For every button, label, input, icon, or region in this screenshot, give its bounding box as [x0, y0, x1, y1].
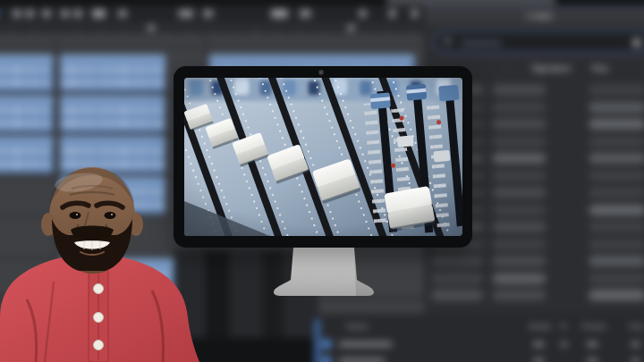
monitor-screen: [184, 78, 462, 236]
keyword-button[interactable]: [589, 222, 644, 232]
search-text-blur: [461, 40, 502, 46]
ruler-marker: [148, 25, 154, 30]
selection-strip: [315, 319, 320, 362]
list-column-name[interactable]: Name: [346, 321, 369, 330]
keyword-row: [424, 253, 644, 270]
list-column-tempo[interactable]: Tempo: [581, 321, 606, 330]
beats-value-blur: [533, 341, 544, 347]
tempo-value-blur: [587, 341, 597, 347]
keyword-button[interactable]: [492, 136, 546, 147]
keyword-button[interactable]: [589, 170, 644, 181]
keyword-button[interactable]: [492, 204, 546, 215]
keyword-button[interactable]: [492, 273, 546, 283]
keyword-row: [424, 270, 644, 287]
keyword-button[interactable]: [589, 204, 644, 215]
toolbar-icon[interactable]: [42, 10, 50, 18]
keyword-button[interactable]: [589, 256, 644, 266]
keyword-button[interactable]: [589, 136, 644, 147]
toolbar-icon[interactable]: [411, 10, 418, 18]
loop-icon: [322, 357, 331, 362]
audio-region[interactable]: [60, 55, 165, 91]
loop-icon: [322, 340, 331, 349]
audio-region[interactable]: [60, 96, 165, 132]
toolbar-icon[interactable]: [204, 10, 213, 18]
monitor: [174, 66, 472, 248]
keyword-button[interactable]: [492, 256, 546, 266]
key-value-blur: [631, 358, 640, 362]
toolbar-icon[interactable]: [389, 10, 396, 18]
audio-region[interactable]: [0, 55, 54, 91]
keyword-button[interactable]: [589, 290, 644, 300]
tab-key[interactable]: Key: [592, 63, 608, 73]
keyword-button[interactable]: [589, 101, 644, 112]
key-value-blur: [631, 341, 640, 347]
keyword-button[interactable]: [492, 187, 546, 198]
keyword-button[interactable]: [492, 153, 546, 164]
keyword-button[interactable]: [492, 101, 546, 112]
head: [41, 167, 143, 271]
rewind-icon[interactable]: [61, 10, 69, 18]
toolbar-icon[interactable]: [26, 10, 34, 18]
toolbar-icon[interactable]: [359, 10, 366, 18]
keyword-button[interactable]: [589, 187, 644, 198]
loop-search-input[interactable]: [433, 29, 644, 54]
toolbar-icon[interactable]: [13, 10, 21, 18]
keyword-button[interactable]: [589, 119, 644, 130]
play-icon[interactable]: [92, 10, 105, 18]
list-column-key[interactable]: Key: [630, 321, 644, 330]
keyword-button[interactable]: [589, 84, 644, 95]
tempo-value-blur: [587, 358, 597, 362]
keyword-button[interactable]: [589, 153, 644, 164]
keyword-button[interactable]: [589, 273, 644, 283]
monitor-stand: [268, 248, 379, 298]
loop-name-blur: [339, 341, 393, 347]
audio-region[interactable]: [0, 96, 54, 132]
loop-name-blur: [339, 358, 386, 362]
keyword-button[interactable]: [589, 239, 644, 249]
forward-icon[interactable]: [74, 10, 82, 18]
keyword-button[interactable]: [431, 273, 483, 283]
keyword-button[interactable]: [492, 84, 546, 95]
ruler-marker: [348, 25, 354, 30]
thumbnail-stage: Loops ‹ Signature Key ›: [0, 0, 644, 362]
record-icon[interactable]: [118, 10, 126, 18]
keyword-button[interactable]: [492, 222, 546, 232]
search-icon: [444, 38, 452, 46]
keyword-button[interactable]: [492, 170, 546, 181]
keyword-button[interactable]: [492, 239, 546, 249]
timeline-ruler[interactable]: [0, 22, 431, 34]
keyword-button[interactable]: [492, 290, 546, 300]
tab-signature[interactable]: Signature: [531, 63, 571, 73]
mixer-photo: [184, 78, 462, 236]
list-column-fav[interactable]: ♥: [561, 321, 566, 330]
keyword-button[interactable]: [431, 290, 483, 300]
beats-value-blur: [533, 358, 544, 362]
keyword-button[interactable]: [431, 256, 483, 266]
list-column-beats[interactable]: Beats: [530, 321, 551, 330]
camera-icon: [318, 70, 324, 75]
chevron-left-icon[interactable]: ‹: [505, 64, 508, 73]
loop-results-list: Name Beats ♥ Tempo Key: [315, 314, 644, 362]
lcd-display: [271, 10, 288, 18]
keyword-row: [424, 287, 644, 304]
search-clear-icon[interactable]: [632, 38, 641, 47]
toolbar-icon[interactable]: [300, 10, 310, 18]
keyword-button[interactable]: [492, 119, 546, 130]
transport-toolbar: [0, 5, 431, 22]
presenter-photo: [0, 165, 215, 362]
fav-value-blur: [561, 341, 567, 347]
loops-panel-title: Loops: [424, 7, 644, 24]
cycle-icon[interactable]: [179, 10, 194, 18]
